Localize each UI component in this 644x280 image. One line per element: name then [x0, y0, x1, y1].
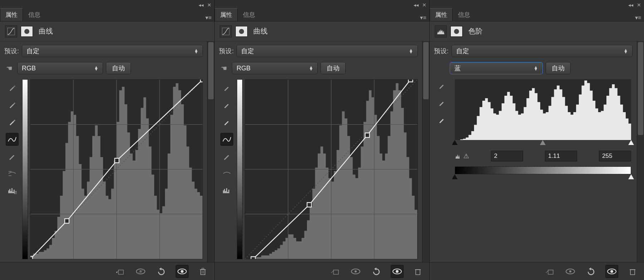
input-gamma-field[interactable]: 1.11 — [545, 151, 577, 161]
tab-info[interactable]: 信息 — [238, 8, 260, 21]
histogram-clip-icon[interactable] — [220, 184, 233, 197]
histogram-clip-icon[interactable]: ⚠ — [6, 184, 19, 197]
curves-icon[interactable] — [220, 25, 232, 38]
tab-bar: 属性 信息 ▾≡ — [0, 10, 214, 21]
preset-select[interactable]: 自定▲▼ — [236, 45, 418, 57]
scrollbar[interactable] — [207, 41, 214, 262]
scrollbar[interactable] — [637, 41, 644, 262]
eyedropper-white-icon[interactable] — [435, 114, 448, 126]
clip-to-layer-icon[interactable] — [543, 265, 556, 278]
output-gradient-vertical — [22, 79, 28, 259]
input-black-slider[interactable] — [452, 140, 458, 145]
collapse-icon[interactable]: ◂◂ — [414, 2, 419, 8]
panel-menu-icon[interactable]: ▾≡ — [632, 14, 644, 21]
eyedropper-gray-icon[interactable] — [435, 96, 448, 109]
chevron-updown-icon: ▲▼ — [194, 49, 198, 53]
eyedropper-white-icon[interactable] — [220, 116, 233, 129]
reset-icon[interactable] — [585, 265, 597, 278]
channel-select[interactable]: 蓝▲▼ — [450, 62, 543, 74]
layer-mask-icon[interactable] — [450, 26, 463, 37]
panel-menu-icon[interactable]: ▾≡ — [417, 14, 429, 21]
trash-icon[interactable] — [196, 265, 209, 278]
curves-graph[interactable] — [30, 79, 203, 259]
svg-rect-36 — [333, 270, 338, 274]
smooth-icon[interactable] — [220, 167, 233, 180]
channel-value: RGB — [22, 65, 36, 72]
eyedropper-black-icon[interactable] — [6, 81, 19, 94]
toggle-prev-icon[interactable] — [564, 265, 577, 278]
reset-icon[interactable] — [370, 265, 383, 278]
scrollbar[interactable] — [422, 41, 429, 262]
pencil-icon[interactable] — [220, 150, 233, 163]
preset-label: 预设: — [219, 47, 234, 55]
svg-rect-12 — [200, 80, 203, 82]
histogram-clip-icon[interactable]: ⚠ — [455, 152, 469, 160]
tab-properties[interactable]: 属性 — [0, 8, 23, 21]
eyedropper-gray-icon[interactable] — [6, 99, 19, 111]
auto-button[interactable]: 自动 — [546, 62, 571, 74]
svg-point-38 — [355, 270, 357, 272]
targeted-adjust-icon[interactable]: ☚ — [219, 64, 229, 72]
edit-points-icon[interactable] — [6, 133, 19, 146]
close-icon[interactable]: ✕ — [637, 2, 641, 8]
tab-info[interactable]: 信息 — [453, 8, 475, 21]
collapse-icon[interactable]: ◂◂ — [199, 2, 204, 8]
visibility-icon[interactable] — [176, 265, 189, 278]
eyedropper-gray-icon[interactable] — [220, 99, 233, 111]
toggle-prev-icon[interactable] — [134, 265, 147, 278]
output-black-slider[interactable] — [452, 174, 458, 179]
layer-mask-icon[interactable] — [235, 26, 248, 37]
input-sliders — [455, 140, 631, 146]
preset-select[interactable]: 自定▲▼ — [452, 45, 633, 57]
pencil-icon[interactable] — [6, 150, 19, 163]
tab-properties[interactable]: 属性 — [430, 8, 453, 21]
reset-icon[interactable] — [155, 265, 168, 278]
input-white-slider[interactable] — [628, 140, 634, 145]
adjustment-title: 色阶 — [468, 26, 483, 36]
scrollbar-thumb[interactable] — [208, 42, 214, 99]
auto-button[interactable]: 自动 — [321, 62, 346, 74]
targeted-adjust-icon[interactable]: ☚ — [4, 64, 14, 72]
trash-icon[interactable] — [411, 265, 424, 278]
preset-select[interactable]: 自定 ▲▼ — [22, 45, 203, 57]
levels-histogram[interactable] — [455, 79, 631, 140]
svg-rect-11 — [115, 158, 119, 163]
collapse-icon[interactable]: ◂◂ — [628, 2, 633, 8]
adjustment-title: 曲线 — [39, 26, 53, 36]
adjustment-title: 曲线 — [253, 26, 268, 36]
eyedropper-white-icon[interactable] — [6, 116, 19, 129]
output-white-slider[interactable] — [628, 174, 634, 179]
svg-rect-10 — [65, 219, 69, 223]
trash-icon[interactable] — [626, 265, 639, 278]
channel-select[interactable]: RGB▲▼ — [232, 62, 318, 74]
close-icon[interactable]: ✕ — [422, 2, 426, 8]
smooth-icon[interactable] — [6, 167, 19, 180]
curves-tools: ⚠ — [4, 79, 20, 259]
tab-info[interactable]: 信息 — [23, 8, 46, 21]
curves-icon[interactable] — [5, 25, 17, 38]
output-gradient-vertical — [237, 79, 243, 259]
channel-select[interactable]: RGB ▲▼ — [17, 62, 103, 74]
input-black-field[interactable]: 2 — [491, 151, 523, 161]
eyedropper-black-icon[interactable] — [220, 81, 233, 94]
toggle-prev-icon[interactable] — [349, 265, 362, 278]
input-white-field[interactable]: 255 — [599, 151, 631, 161]
levels-icon[interactable] — [435, 25, 447, 38]
edit-points-icon[interactable] — [220, 133, 233, 146]
curves-panel-1: ◂◂ ✕ 属性 信息 ▾≡ 曲线 预设: 自定 ▲▼ — [0, 0, 215, 280]
panel-menu-icon[interactable]: ▾≡ — [203, 14, 214, 21]
svg-rect-48 — [630, 270, 635, 275]
input-gamma-slider[interactable] — [540, 140, 546, 145]
svg-rect-9 — [30, 257, 33, 259]
layer-mask-icon[interactable] — [21, 26, 33, 37]
close-icon[interactable]: ✕ — [207, 2, 211, 8]
eyedropper-black-icon[interactable] — [435, 79, 448, 92]
clip-to-layer-icon[interactable] — [113, 265, 126, 278]
svg-rect-13 — [118, 270, 123, 274]
auto-button[interactable]: 自动 — [106, 62, 131, 74]
curves-graph[interactable] — [245, 79, 418, 259]
clip-to-layer-icon[interactable] — [328, 265, 341, 278]
visibility-icon[interactable] — [605, 265, 618, 278]
visibility-icon[interactable] — [391, 265, 404, 278]
tab-properties[interactable]: 属性 — [215, 8, 238, 21]
